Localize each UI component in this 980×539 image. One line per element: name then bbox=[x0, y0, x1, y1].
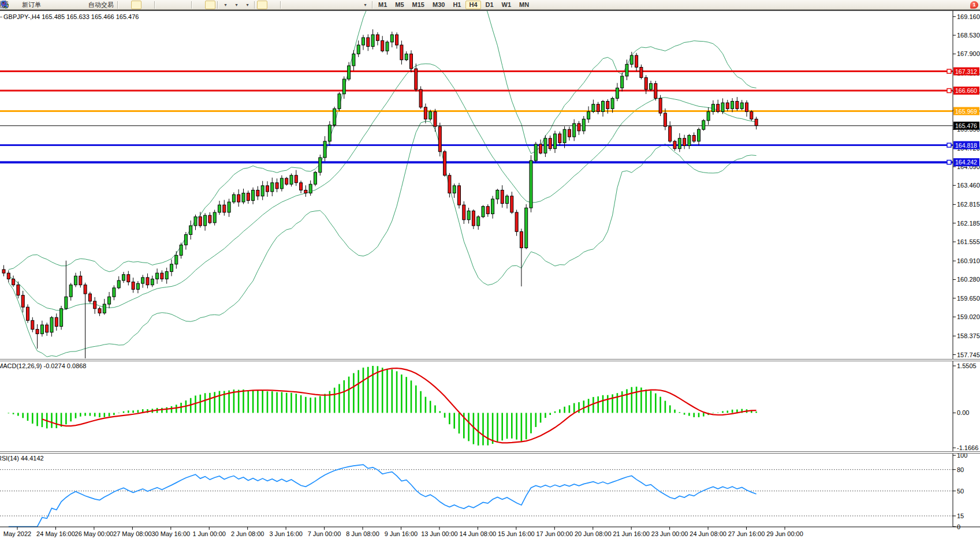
new-order-label[interactable]: 新订单 bbox=[21, 1, 43, 9]
tile-windows-button[interactable] bbox=[179, 1, 189, 9]
svg-text:20 Jun 08:00: 20 Jun 08:00 bbox=[575, 530, 612, 537]
svg-text:159.020: 159.020 bbox=[957, 313, 980, 320]
svg-text:1.5505: 1.5505 bbox=[957, 362, 977, 369]
price-axis-badge: 167.312 bbox=[953, 68, 979, 76]
svg-text:161.555: 161.555 bbox=[957, 238, 980, 245]
fibonacci-tool[interactable]: F bbox=[327, 1, 337, 9]
svg-text:166.660: 166.660 bbox=[955, 87, 977, 94]
svg-text:8 Jun 08:00: 8 Jun 08:00 bbox=[346, 530, 379, 537]
bar-chart-button[interactable] bbox=[120, 1, 131, 9]
svg-text:15 Jun 16:00: 15 Jun 16:00 bbox=[498, 530, 535, 537]
toolbar-right-cluster: 1 bbox=[970, 1, 980, 9]
timeframe-button-H4[interactable]: H4 bbox=[465, 1, 480, 9]
timeframe-label: M15 bbox=[410, 1, 427, 8]
macd-indicator-label: MACD(12,26,9) -0.0274 0.0868 bbox=[0, 362, 86, 369]
svg-text:May 2022: May 2022 bbox=[3, 530, 31, 537]
terminal-button[interactable] bbox=[54, 1, 65, 9]
arrows-tool[interactable]: ▾ bbox=[360, 1, 370, 9]
svg-text:158.375: 158.375 bbox=[957, 332, 980, 339]
dropdown-caret: ▾ bbox=[235, 2, 237, 8]
timeframe-button-W1[interactable]: W1 bbox=[498, 1, 515, 9]
svg-text:0.00: 0.00 bbox=[957, 409, 969, 416]
price-axis-badge: 165.476 bbox=[953, 122, 979, 130]
svg-text:27 Jun 16:00: 27 Jun 16:00 bbox=[728, 530, 765, 537]
autotrading-label[interactable]: 自动交易 bbox=[87, 1, 115, 9]
vertical-line-tool[interactable] bbox=[283, 1, 293, 9]
timeframe-button-MN[interactable]: MN bbox=[516, 1, 532, 9]
autotrading-button[interactable] bbox=[76, 1, 87, 9]
svg-text:9 Jun 16:00: 9 Jun 16:00 bbox=[385, 530, 418, 537]
text-tool[interactable]: A bbox=[338, 1, 348, 9]
svg-text:162.185: 162.185 bbox=[957, 220, 980, 227]
svg-text:14 Jun 08:00: 14 Jun 08:00 bbox=[460, 530, 497, 537]
price-axis-badge: 164.242 bbox=[953, 158, 979, 166]
price-axis-badge: 166.660 bbox=[953, 87, 979, 95]
signal-button[interactable] bbox=[65, 1, 76, 9]
equidistant-channel-tool[interactable]: E bbox=[316, 1, 326, 9]
price-axis-badge: 164.818 bbox=[953, 141, 979, 149]
timeframe-label: M5 bbox=[393, 1, 406, 8]
svg-text:167.312: 167.312 bbox=[955, 68, 977, 75]
new-order-button[interactable] bbox=[10, 1, 20, 9]
svg-text:167.900: 167.900 bbox=[957, 50, 980, 57]
svg-text:164.818: 164.818 bbox=[955, 142, 977, 149]
svg-text:13 Jun 00:00: 13 Jun 00:00 bbox=[421, 530, 458, 537]
svg-text:165.969: 165.969 bbox=[955, 108, 977, 115]
svg-text:80: 80 bbox=[957, 466, 964, 473]
toolbar-separator bbox=[280, 1, 281, 9]
notification-badge[interactable]: 1 bbox=[970, 1, 978, 9]
timeframe-label: H4 bbox=[467, 1, 479, 8]
text-label-tool[interactable]: T bbox=[349, 1, 359, 9]
timeframe-button-H1[interactable]: H1 bbox=[449, 1, 464, 9]
svg-text:26 May 00:00: 26 May 00:00 bbox=[75, 530, 114, 537]
chart-surface[interactable] bbox=[0, 11, 953, 527]
svg-text:7 Jun 00:00: 7 Jun 00:00 bbox=[308, 530, 341, 537]
svg-text:17 Jun 00:00: 17 Jun 00:00 bbox=[536, 530, 573, 537]
svg-text:21 Jun 16:00: 21 Jun 16:00 bbox=[613, 530, 650, 537]
timeframe-button-M5[interactable]: M5 bbox=[392, 1, 407, 9]
chart-canvas[interactable]: 169.160168.530167.900167.255166.625165.9… bbox=[0, 0, 980, 539]
zoom-in-button[interactable] bbox=[157, 1, 167, 9]
timeframe-button-M15[interactable]: M15 bbox=[409, 1, 428, 9]
search-icon[interactable] bbox=[0, 0, 9, 9]
timeframe-label: H1 bbox=[450, 1, 463, 8]
timeframe-label: M30 bbox=[430, 1, 447, 8]
candlestick-chart-button[interactable] bbox=[131, 1, 141, 9]
symbol-ohlc-line: GBPJPY-,H4 165.485 165.633 165.466 165.4… bbox=[3, 13, 139, 20]
svg-text:50: 50 bbox=[957, 488, 964, 495]
svg-text:3 Jun 16:00: 3 Jun 16:00 bbox=[269, 530, 303, 537]
svg-text:24 Jun 08:00: 24 Jun 08:00 bbox=[690, 530, 726, 537]
timeframe-button-M1[interactable]: M1 bbox=[375, 1, 390, 9]
dropdown-caret: ▾ bbox=[246, 2, 248, 8]
svg-text:159.650: 159.650 bbox=[957, 295, 980, 302]
svg-text:160.910: 160.910 bbox=[957, 257, 980, 264]
zoom-out-button[interactable] bbox=[168, 1, 178, 9]
toolbar-separator bbox=[254, 1, 255, 9]
timeframe-button-D1[interactable]: D1 bbox=[482, 1, 497, 9]
dropdown-caret: ▾ bbox=[224, 2, 226, 8]
crosshair-tool-button[interactable] bbox=[268, 1, 278, 9]
chart-shift-button[interactable] bbox=[205, 1, 215, 9]
auto-scroll-button[interactable] bbox=[194, 1, 204, 9]
svg-text:169.160: 169.160 bbox=[957, 13, 980, 20]
periods-button[interactable]: ▾ bbox=[231, 1, 241, 9]
svg-text:162.815: 162.815 bbox=[957, 201, 980, 208]
symbol-line-dash bbox=[0, 17, 2, 17]
svg-text:24 May 16:00: 24 May 16:00 bbox=[36, 530, 75, 537]
svg-text:27 May 08:00: 27 May 08:00 bbox=[113, 530, 152, 537]
cursor-tool-button[interactable] bbox=[257, 1, 267, 9]
svg-text:157.745: 157.745 bbox=[957, 351, 980, 358]
horizontal-line-tool[interactable] bbox=[294, 1, 304, 9]
indicators-button[interactable]: ▾ bbox=[220, 1, 230, 9]
svg-text:165.476: 165.476 bbox=[955, 122, 977, 129]
timeframe-button-M30[interactable]: M30 bbox=[429, 1, 448, 9]
svg-text:163.460: 163.460 bbox=[957, 182, 980, 189]
svg-text:164.242: 164.242 bbox=[955, 159, 977, 166]
svg-text:23 Jun 00:00: 23 Jun 00:00 bbox=[651, 530, 688, 537]
trendline-tool[interactable] bbox=[305, 1, 315, 9]
line-chart-button[interactable] bbox=[142, 1, 152, 9]
svg-text:160.280: 160.280 bbox=[957, 276, 980, 283]
toolbar-separator bbox=[154, 1, 155, 9]
templates-button[interactable]: ▾ bbox=[242, 1, 252, 9]
market-watch-button[interactable] bbox=[43, 1, 54, 9]
